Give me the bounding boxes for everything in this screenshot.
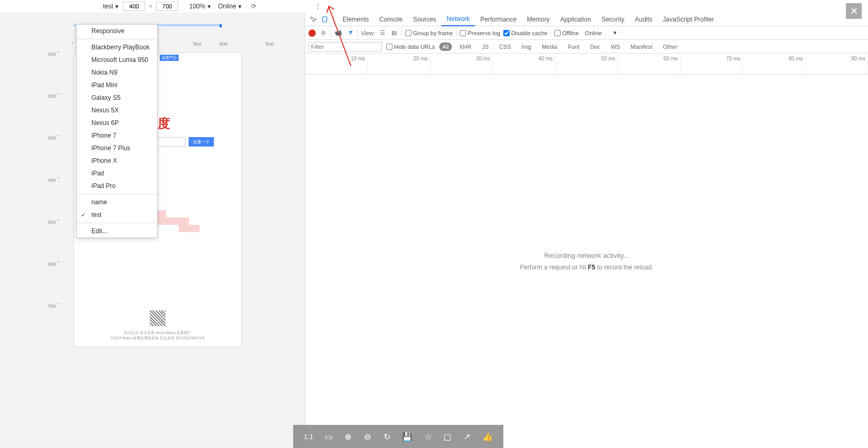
more-options-icon[interactable]: ⋮ bbox=[311, 3, 325, 10]
close-icon: ✕ bbox=[850, 5, 858, 17]
thumbs-up-icon[interactable]: 👍 bbox=[482, 431, 493, 442]
group-by-frame-checkbox[interactable]: Group by frame bbox=[405, 30, 453, 36]
filter-chip-all[interactable]: All bbox=[439, 43, 452, 51]
zoom-select[interactable]: 100% ▼ bbox=[186, 3, 215, 10]
large-rows-icon[interactable]: ☰ bbox=[378, 29, 387, 37]
tab-sources[interactable]: Sources bbox=[408, 13, 441, 26]
menu-item-device[interactable]: iPad Mini bbox=[77, 79, 157, 91]
search-button[interactable]: 百度一下 bbox=[189, 137, 214, 147]
devtools-pane: Elements Console Sources Network Perform… bbox=[305, 13, 868, 448]
device-select[interactable]: test ▼ bbox=[101, 3, 121, 10]
menu-item-device[interactable]: iPad Pro bbox=[77, 180, 157, 192]
share-icon[interactable]: ↗ bbox=[463, 431, 471, 442]
save-icon[interactable]: 💾 bbox=[402, 431, 412, 442]
ruler-label: 300 bbox=[48, 136, 56, 141]
filter-chip[interactable]: Manifest bbox=[627, 43, 656, 51]
recording-hint: Perform a request or hit F5 to record th… bbox=[520, 264, 653, 271]
tab-memory[interactable]: Memory bbox=[522, 13, 555, 26]
tab-application[interactable]: Application bbox=[555, 13, 596, 26]
menu-item-custom[interactable]: name bbox=[77, 196, 157, 209]
menu-item-device[interactable]: Nexus 5X bbox=[77, 104, 157, 117]
separator bbox=[330, 29, 331, 37]
dimension-separator: × bbox=[147, 3, 154, 10]
record-button[interactable] bbox=[308, 29, 316, 37]
pin-icon[interactable]: ▢ bbox=[443, 431, 451, 442]
chevron-down-icon: ▼ bbox=[612, 30, 617, 36]
filter-chip[interactable]: XHR bbox=[456, 43, 474, 51]
fullscreen-icon[interactable]: ▭ bbox=[325, 431, 333, 442]
throttle-select[interactable]: Online ▼ bbox=[215, 3, 246, 10]
tab-audits[interactable]: Audits bbox=[629, 13, 657, 26]
page-footer: 设为主页 关于百度 About Baidu 百度推广 ©2019 Baidu 使… bbox=[74, 310, 241, 341]
device-name-label: test bbox=[103, 3, 113, 10]
censored-region bbox=[179, 225, 200, 232]
network-throttle-select[interactable]: Online ▼ bbox=[582, 30, 621, 36]
overview-icon[interactable]: ▤ bbox=[390, 29, 398, 37]
tab-js-profiler[interactable]: JavaScript Profiler bbox=[658, 13, 719, 26]
clear-button[interactable]: ⊘ bbox=[319, 29, 327, 37]
resize-marker[interactable] bbox=[220, 24, 222, 27]
menu-item-edit[interactable]: Edit... bbox=[77, 225, 157, 237]
time-marker: 40 ms bbox=[493, 56, 555, 74]
ruler-label: 300 bbox=[193, 41, 201, 47]
ruler-label: 400 bbox=[220, 41, 228, 47]
menu-item-custom[interactable]: ✓ test bbox=[77, 209, 157, 221]
chevron-down-icon: ▼ bbox=[114, 4, 119, 9]
menu-item-device[interactable]: Blackberry PlayBook bbox=[77, 41, 157, 54]
close-button[interactable]: ✕ bbox=[846, 3, 862, 19]
checkbox-label: Offline bbox=[562, 30, 579, 36]
hint-text: to record the reload. bbox=[595, 264, 654, 271]
tab-security[interactable]: Security bbox=[596, 13, 629, 26]
tab-elements[interactable]: Elements bbox=[337, 13, 374, 26]
checkbox[interactable] bbox=[386, 44, 392, 50]
zoom-in-icon[interactable]: ⊕ bbox=[344, 431, 352, 442]
checkbox[interactable] bbox=[554, 30, 561, 36]
zoom-out-icon[interactable]: ⊖ bbox=[364, 431, 371, 442]
hint-text: Perform a request or hit bbox=[520, 264, 587, 271]
rotate-icon[interactable]: ⟳ bbox=[250, 2, 258, 11]
menu-item-device[interactable]: Galaxy S5 bbox=[77, 91, 157, 104]
filter-chip[interactable]: Img bbox=[519, 43, 534, 51]
menu-item-device[interactable]: iPhone 7 bbox=[77, 129, 157, 142]
checkbox[interactable] bbox=[460, 30, 466, 36]
check-icon: ✓ bbox=[81, 212, 86, 218]
tab-network[interactable]: Network bbox=[441, 13, 475, 26]
menu-item-device[interactable]: Nokia N9 bbox=[77, 66, 157, 79]
separator bbox=[357, 29, 358, 37]
filter-chip[interactable]: Other bbox=[660, 43, 681, 51]
menu-item-device[interactable]: Microsoft Lumia 950 bbox=[77, 54, 157, 66]
device-mode-icon[interactable] bbox=[320, 15, 329, 24]
filter-icon[interactable]: ⧩ bbox=[346, 29, 354, 37]
menu-item-device[interactable]: iPhone X bbox=[77, 154, 157, 167]
network-toolbar: ⊘ 📹 ⧩ View: ☰ ▤ Group by frame Preserve … bbox=[305, 26, 868, 40]
filter-chip[interactable]: CSS bbox=[496, 43, 514, 51]
height-input[interactable] bbox=[156, 2, 178, 11]
filter-input[interactable] bbox=[308, 42, 382, 51]
filter-chip[interactable]: Font bbox=[565, 43, 583, 51]
refresh-icon[interactable]: ↻ bbox=[383, 431, 391, 442]
preserve-log-checkbox[interactable]: Preserve log bbox=[460, 30, 500, 36]
menu-item-device[interactable]: Nexus 6P bbox=[77, 117, 157, 129]
time-marker: 60 ms bbox=[618, 56, 680, 74]
tab-console[interactable]: Console bbox=[374, 13, 408, 26]
hide-data-urls-checkbox[interactable]: Hide data URLs bbox=[386, 44, 435, 50]
menu-item-device[interactable]: iPad bbox=[77, 167, 157, 180]
nav-badge[interactable]: 百度产品 bbox=[160, 55, 179, 61]
filter-chip[interactable]: Media bbox=[539, 43, 561, 51]
checkbox[interactable] bbox=[405, 30, 411, 36]
disable-cache-checkbox[interactable]: Disable cache bbox=[503, 30, 547, 36]
inspect-icon[interactable] bbox=[308, 15, 318, 24]
tab-performance[interactable]: Performance bbox=[475, 13, 522, 26]
offline-checkbox[interactable]: Offline bbox=[554, 30, 579, 36]
camera-icon[interactable]: 📹 bbox=[334, 29, 343, 37]
time-marker: 10 ms bbox=[305, 56, 368, 74]
menu-item-responsive[interactable]: Responsive bbox=[77, 25, 157, 37]
filter-chip[interactable]: Doc bbox=[587, 43, 604, 51]
filter-chip[interactable]: JS bbox=[479, 43, 492, 51]
filter-chip[interactable]: WS bbox=[607, 43, 623, 51]
time-marker: 20 ms bbox=[368, 56, 430, 74]
checkbox[interactable] bbox=[503, 30, 510, 36]
bookmark-icon[interactable]: ☆ bbox=[424, 431, 432, 442]
menu-item-device[interactable]: iPhone 7 Plus bbox=[77, 142, 157, 154]
width-input[interactable] bbox=[123, 2, 145, 11]
